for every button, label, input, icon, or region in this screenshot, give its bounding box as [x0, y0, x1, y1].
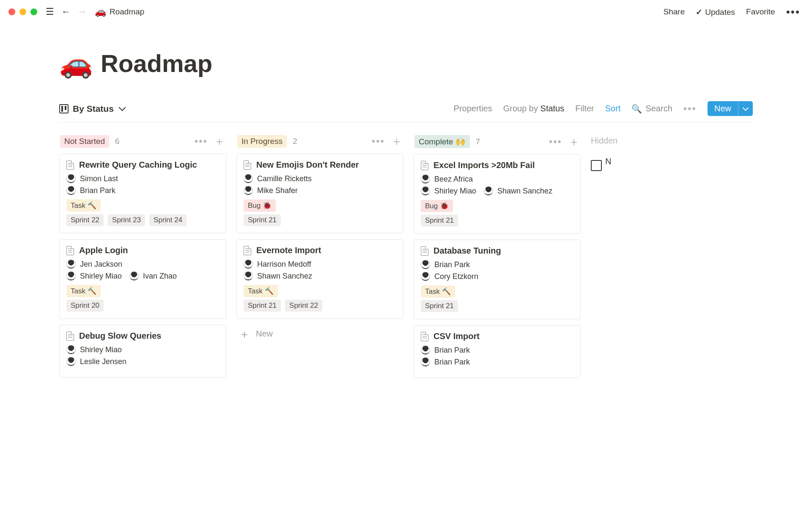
- inbox-icon[interactable]: [591, 163, 602, 171]
- person[interactable]: Jen Jackson: [66, 260, 122, 269]
- person[interactable]: Cory Etzkorn: [421, 272, 478, 281]
- new-button-dropdown-icon[interactable]: [738, 101, 753, 116]
- column-more-icon[interactable]: •••: [372, 135, 385, 147]
- card-title-row: Excel Imports >20Mb Fail: [421, 160, 573, 170]
- column-add-icon[interactable]: ＋: [214, 138, 225, 145]
- sprint-tag[interactable]: Sprint 24: [149, 214, 187, 226]
- type-tag[interactable]: Bug 🐞: [421, 200, 453, 212]
- people-row: Jen Jackson: [66, 260, 219, 269]
- sprint-tag[interactable]: Sprint 22: [285, 300, 322, 312]
- board-card[interactable]: New Emojis Don't Render Camille Ricketts…: [236, 154, 403, 233]
- status-chip[interactable]: Complete 🙌: [414, 135, 470, 148]
- person[interactable]: Camille Ricketts: [244, 174, 312, 183]
- type-tag-row: Task 🔨: [244, 285, 396, 297]
- share-button[interactable]: Share: [660, 6, 689, 18]
- sprint-tag[interactable]: Sprint 21: [244, 300, 281, 312]
- window-close-icon[interactable]: [8, 8, 15, 15]
- filter-button[interactable]: Filter: [575, 104, 594, 113]
- sprint-tag-row: Sprint 21: [421, 300, 573, 312]
- board-card[interactable]: Excel Imports >20Mb Fail Beez Africa Shi…: [414, 154, 581, 234]
- sprint-tag[interactable]: Sprint 21: [421, 300, 458, 312]
- status-chip[interactable]: In Progress: [237, 135, 287, 148]
- sprint-tag[interactable]: Sprint 21: [421, 215, 458, 226]
- person[interactable]: Shirley Miao: [421, 186, 476, 196]
- person[interactable]: Mike Shafer: [244, 186, 298, 195]
- column-add-icon[interactable]: ＋: [568, 138, 580, 146]
- column-header: In Progress 2 ••• ＋: [236, 133, 403, 154]
- page-title[interactable]: Roadmap: [101, 49, 212, 77]
- favorite-button[interactable]: Favorite: [743, 6, 779, 18]
- updates-button[interactable]: Updates: [692, 6, 738, 19]
- window-zoom-icon[interactable]: [30, 8, 37, 15]
- add-card-button[interactable]: ＋ New: [236, 325, 403, 343]
- board-view-icon: [59, 104, 69, 113]
- new-button[interactable]: New: [708, 101, 753, 116]
- top-bar: ☰ ← → 🚗 Roadmap Share Updates Favorite •…: [0, 0, 812, 24]
- person[interactable]: Brian Park: [66, 186, 115, 195]
- board-card[interactable]: Debug Slow Queries Shirley Miao Leslie J…: [59, 325, 226, 378]
- window-minimize-icon[interactable]: [19, 8, 26, 15]
- people-row: Brian Park: [421, 357, 573, 367]
- type-tag-row: Bug 🐞: [421, 200, 573, 212]
- type-tag[interactable]: Task 🔨: [421, 285, 455, 298]
- group-by-button[interactable]: Group by Status: [503, 104, 565, 113]
- more-menu-icon[interactable]: •••: [783, 8, 804, 16]
- properties-button[interactable]: Properties: [454, 104, 492, 113]
- person[interactable]: Ivan Zhao: [129, 271, 177, 281]
- nav-forward-icon[interactable]: →: [76, 6, 88, 18]
- column-header: Not Started 6 ••• ＋: [59, 133, 226, 154]
- page-icon[interactable]: 🚗: [59, 50, 93, 77]
- person[interactable]: Beez Africa: [421, 174, 473, 184]
- person[interactable]: Simon Last: [66, 174, 118, 183]
- avatar-icon: [244, 186, 253, 195]
- page-icon: [421, 246, 428, 256]
- type-tag[interactable]: Bug 🐞: [244, 199, 276, 212]
- column-cards: Excel Imports >20Mb Fail Beez Africa Shi…: [414, 154, 581, 378]
- card-title: Database Tuning: [433, 246, 501, 256]
- view-more-icon[interactable]: •••: [683, 103, 697, 115]
- person[interactable]: Brian Park: [421, 260, 470, 269]
- search-button[interactable]: 🔍 Search: [631, 104, 672, 114]
- person-name: Shirley Miao: [434, 187, 476, 196]
- person[interactable]: Brian Park: [421, 357, 470, 367]
- board-card[interactable]: Rewrite Query Caching Logic Simon Last B…: [59, 154, 226, 233]
- person[interactable]: Shawn Sanchez: [244, 271, 312, 281]
- person[interactable]: Shirley Miao: [66, 345, 122, 354]
- breadcrumb[interactable]: 🚗 Roadmap: [95, 6, 144, 17]
- people-row: Beez Africa: [421, 174, 573, 184]
- board-card[interactable]: Apple Login Jen Jackson Shirley Miao Iva…: [59, 239, 226, 319]
- type-tag[interactable]: Task 🔨: [244, 285, 278, 297]
- column-add-icon[interactable]: ＋: [391, 138, 403, 145]
- column-more-icon[interactable]: •••: [195, 135, 208, 147]
- type-tag[interactable]: Task 🔨: [66, 285, 101, 297]
- board-card[interactable]: Database Tuning Brian Park Cory Etzkorn …: [414, 240, 581, 319]
- board-card[interactable]: CSV Import Brian Park Brian Park: [414, 325, 581, 378]
- person[interactable]: Leslie Jensen: [66, 357, 126, 366]
- person-name: Harrison Medoff: [257, 260, 311, 269]
- sprint-tag[interactable]: Sprint 21: [244, 214, 281, 226]
- search-label: Search: [645, 104, 672, 113]
- person[interactable]: Brian Park: [421, 345, 470, 355]
- person[interactable]: Shawn Sanchez: [484, 186, 552, 196]
- nav-back-icon[interactable]: ←: [60, 6, 72, 18]
- card-title: Debug Slow Queries: [79, 331, 161, 341]
- status-chip[interactable]: Not Started: [60, 135, 109, 148]
- menu-icon[interactable]: ☰: [44, 6, 56, 18]
- column-cards: Rewrite Query Caching Logic Simon Last B…: [59, 154, 226, 378]
- sprint-tag[interactable]: Sprint 22: [66, 214, 104, 226]
- view-picker[interactable]: By Status: [59, 104, 125, 114]
- person-name: Ivan Zhao: [143, 272, 177, 281]
- person[interactable]: Harrison Medoff: [244, 260, 311, 269]
- column-more-icon[interactable]: •••: [549, 136, 562, 148]
- sprint-tag[interactable]: Sprint 23: [108, 214, 145, 226]
- board-card[interactable]: Evernote Import Harrison Medoff Shawn Sa…: [236, 239, 403, 319]
- people-row: Shawn Sanchez: [244, 271, 396, 281]
- hidden-groups-column[interactable]: Hidden N: [591, 133, 616, 495]
- person[interactable]: Shirley Miao: [66, 271, 122, 281]
- card-title-row: CSV Import: [421, 331, 573, 341]
- kanban-board: Not Started 6 ••• ＋ Rewrite Query Cachin…: [59, 133, 753, 495]
- type-tag[interactable]: Task 🔨: [66, 199, 101, 212]
- card-people: Jen Jackson Shirley Miao Ivan Zhao: [66, 260, 219, 281]
- sort-button[interactable]: Sort: [605, 104, 621, 113]
- sprint-tag[interactable]: Sprint 20: [66, 300, 104, 312]
